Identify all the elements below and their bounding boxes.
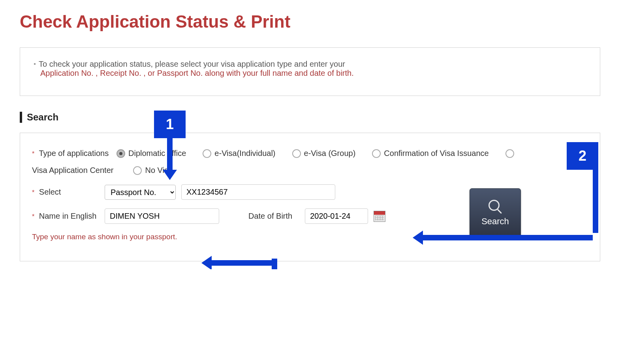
input-id-number[interactable] xyxy=(181,184,335,200)
input-date-of-birth[interactable] xyxy=(305,208,368,224)
radio-label: No Visa xyxy=(145,166,173,175)
calendar-icon[interactable] xyxy=(374,211,385,222)
radio-icon xyxy=(203,149,211,158)
radio-icon-trailing[interactable] xyxy=(505,149,514,158)
input-name-english[interactable] xyxy=(105,208,219,224)
required-asterisk-icon: * xyxy=(32,150,34,157)
section-header-search: Search xyxy=(20,112,600,123)
info-text-line1: To check your application status, please… xyxy=(39,60,345,68)
label-date-of-birth: Date of Birth xyxy=(248,212,292,221)
label-type-of-applications: Type of applications xyxy=(39,149,109,158)
info-box: To check your application status, please… xyxy=(20,47,600,96)
radio-icon xyxy=(116,149,125,158)
radio-label: Confirmation of Visa Issuance xyxy=(384,149,488,158)
info-text-line2: Application No. , Receipt No. , or Passp… xyxy=(40,69,354,77)
search-form: * Type of applications Diplomatic office… xyxy=(20,133,600,261)
radio-icon xyxy=(372,149,381,158)
search-button-label: Search xyxy=(481,216,509,227)
radio-label: e-Visa(Individual) xyxy=(214,149,275,158)
radio-confirmation-visa-issuance[interactable]: Confirmation of Visa Issuance xyxy=(372,149,488,158)
label-visa-application-center: Visa Application Center xyxy=(32,166,113,174)
radio-label: e-Visa (Group) xyxy=(304,149,356,158)
required-asterisk-icon: * xyxy=(32,213,34,220)
label-name-english: Name in English xyxy=(39,212,97,220)
radio-no-visa[interactable]: No Visa xyxy=(133,166,173,175)
bullet-icon xyxy=(34,63,36,65)
search-icon xyxy=(488,200,502,213)
radio-icon xyxy=(133,166,142,175)
radio-diplomatic-office[interactable]: Diplomatic office xyxy=(116,149,186,158)
required-asterisk-icon: * xyxy=(32,189,34,196)
search-button[interactable]: Search xyxy=(470,188,521,238)
radio-label: Diplomatic office xyxy=(128,149,186,158)
label-select: Select xyxy=(39,188,61,196)
radio-evisa-individual[interactable]: e-Visa(Individual) xyxy=(203,149,275,158)
radio-evisa-group[interactable]: e-Visa (Group) xyxy=(292,149,356,158)
select-id-type[interactable]: Passport No. xyxy=(105,185,176,200)
page-title: Check Application Status & Print xyxy=(20,12,600,32)
radio-icon xyxy=(292,149,301,158)
